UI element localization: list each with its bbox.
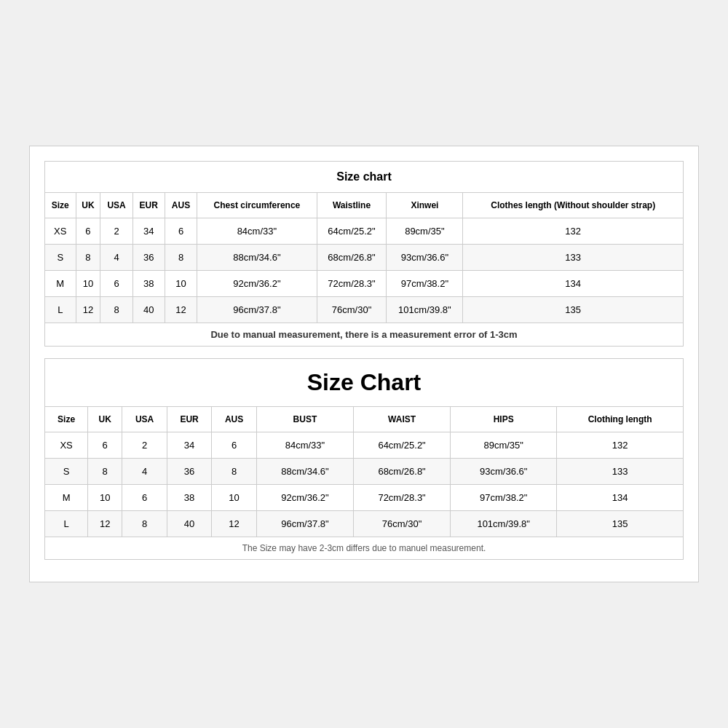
table2-header: SizeUKUSAEURAUSBUSTWAISTHIPSClothing len… bbox=[45, 407, 684, 432]
table-cell: 8 bbox=[212, 459, 257, 485]
table-cell: 10 bbox=[212, 485, 257, 511]
table-cell: L bbox=[45, 297, 76, 323]
table-row: L128401296cm/37.8"76cm/30"101cm/39.8"135 bbox=[45, 297, 684, 323]
table-cell: 6 bbox=[100, 271, 132, 297]
table-cell: 10 bbox=[88, 485, 122, 511]
table-cell: 2 bbox=[122, 432, 167, 459]
table-cell: 72cm/28.3" bbox=[317, 271, 387, 297]
table-cell: 89cm/35" bbox=[387, 218, 463, 245]
table-cell: XS bbox=[45, 432, 88, 459]
table-cell: 97cm/38.2" bbox=[451, 485, 557, 511]
table-cell: 68cm/26.8" bbox=[317, 245, 387, 271]
table1-section: Size chart SizeUKUSAEURAUSChest circumfe… bbox=[44, 161, 684, 347]
table-cell: 40 bbox=[132, 297, 165, 323]
table2-col-header: HIPS bbox=[451, 407, 557, 432]
table-cell: L bbox=[45, 511, 88, 537]
table-cell: 12 bbox=[212, 511, 257, 537]
table-cell: 134 bbox=[557, 485, 684, 511]
table-cell: 34 bbox=[132, 218, 165, 245]
table1-header-row: SizeUKUSAEURAUSChest circumferenceWaistl… bbox=[45, 193, 684, 218]
table1-note-row: Due to manual measurement, there is a me… bbox=[45, 323, 684, 347]
table-cell: 12 bbox=[165, 297, 197, 323]
table1-header: SizeUKUSAEURAUSChest circumferenceWaistl… bbox=[45, 193, 684, 218]
table-cell: 68cm/26.8" bbox=[354, 459, 451, 485]
table-cell: 93cm/36.6" bbox=[451, 459, 557, 485]
table2-footer: The Size may have 2-3cm differs due to m… bbox=[45, 537, 684, 560]
table1-note: Due to manual measurement, there is a me… bbox=[45, 323, 684, 347]
table2-col-header: BUST bbox=[256, 407, 353, 432]
table1-col-header: Chest circumference bbox=[197, 193, 317, 218]
table2-col-header: Size bbox=[45, 407, 88, 432]
table-cell: 101cm/39.8" bbox=[451, 511, 557, 537]
table-cell: 8 bbox=[100, 297, 132, 323]
table-cell: 93cm/36.6" bbox=[387, 245, 463, 271]
page-container: Size chart SizeUKUSAEURAUSChest circumfe… bbox=[29, 146, 699, 582]
table-cell: 4 bbox=[100, 245, 132, 271]
table1-col-header: Waistline bbox=[317, 193, 387, 218]
table2-section: Size Chart SizeUKUSAEURAUSBUSTWAISTHIPSC… bbox=[44, 358, 684, 560]
table-cell: XS bbox=[45, 218, 76, 245]
table-cell: 38 bbox=[167, 485, 212, 511]
table-cell: 133 bbox=[557, 459, 684, 485]
table-cell: 2 bbox=[100, 218, 132, 245]
table-cell: 89cm/35" bbox=[451, 432, 557, 459]
table-cell: 6 bbox=[76, 218, 100, 245]
table-cell: 6 bbox=[212, 432, 257, 459]
table-cell: 135 bbox=[463, 297, 684, 323]
table2-col-header: EUR bbox=[167, 407, 212, 432]
table-cell: 40 bbox=[167, 511, 212, 537]
table-cell: 64cm/25.2" bbox=[354, 432, 451, 459]
table-cell: S bbox=[45, 245, 76, 271]
table-cell: 88cm/34.6" bbox=[256, 459, 353, 485]
table2-note-row: The Size may have 2-3cm differs due to m… bbox=[45, 537, 684, 560]
table1-col-header: USA bbox=[100, 193, 132, 218]
table-cell: 36 bbox=[132, 245, 165, 271]
table-cell: 133 bbox=[463, 245, 684, 271]
table-cell: 84cm/33" bbox=[256, 432, 353, 459]
table-cell: 4 bbox=[122, 459, 167, 485]
table1-footer: Due to manual measurement, there is a me… bbox=[45, 323, 684, 347]
table-cell: 88cm/34.6" bbox=[197, 245, 317, 271]
table-cell: 92cm/36.2" bbox=[256, 485, 353, 511]
table2: SizeUKUSAEURAUSBUSTWAISTHIPSClothing len… bbox=[44, 406, 684, 560]
table1-body: XS6234684cm/33"64cm/25.2"89cm/35"132S843… bbox=[45, 218, 684, 323]
table2-col-header: WAIST bbox=[354, 407, 451, 432]
table-cell: 132 bbox=[557, 432, 684, 459]
table-cell: 6 bbox=[122, 485, 167, 511]
table2-header-row: SizeUKUSAEURAUSBUSTWAISTHIPSClothing len… bbox=[45, 407, 684, 432]
table-cell: 132 bbox=[463, 218, 684, 245]
table-cell: 38 bbox=[132, 271, 165, 297]
table-row: S8436888cm/34.6"68cm/26.8"93cm/36.6"133 bbox=[45, 245, 684, 271]
table2-col-header: AUS bbox=[212, 407, 257, 432]
table2-title: Size Chart bbox=[44, 358, 684, 406]
table-row: L128401296cm/37.8"76cm/30"101cm/39.8"135 bbox=[45, 511, 684, 537]
table1-col-header: EUR bbox=[132, 193, 165, 218]
table-cell: 76cm/30" bbox=[317, 297, 387, 323]
table-cell: 76cm/30" bbox=[354, 511, 451, 537]
table-cell: 12 bbox=[76, 297, 100, 323]
table-cell: 34 bbox=[167, 432, 212, 459]
table-cell: 8 bbox=[76, 245, 100, 271]
table-cell: 135 bbox=[557, 511, 684, 537]
table2-body: XS6234684cm/33"64cm/25.2"89cm/35"132S843… bbox=[45, 432, 684, 537]
table-cell: S bbox=[45, 459, 88, 485]
table-cell: M bbox=[45, 485, 88, 511]
table-cell: 8 bbox=[165, 245, 197, 271]
table-row: XS6234684cm/33"64cm/25.2"89cm/35"132 bbox=[45, 432, 684, 459]
table-cell: 10 bbox=[165, 271, 197, 297]
table2-note: The Size may have 2-3cm differs due to m… bbox=[45, 537, 684, 560]
table1-title: Size chart bbox=[44, 161, 684, 192]
table-cell: 84cm/33" bbox=[197, 218, 317, 245]
table-cell: 92cm/36.2" bbox=[197, 271, 317, 297]
table-cell: 101cm/39.8" bbox=[387, 297, 463, 323]
table2-col-header: UK bbox=[88, 407, 122, 432]
table1-col-header: Clothes length (Without shoulder strap) bbox=[463, 193, 684, 218]
table-cell: 97cm/38.2" bbox=[387, 271, 463, 297]
table2-col-header: USA bbox=[122, 407, 167, 432]
table-cell: 12 bbox=[88, 511, 122, 537]
table1-col-header: UK bbox=[76, 193, 100, 218]
table-cell: 96cm/37.8" bbox=[256, 511, 353, 537]
table-row: S8436888cm/34.6"68cm/26.8"93cm/36.6"133 bbox=[45, 459, 684, 485]
table1-col-header: Size bbox=[45, 193, 76, 218]
table-cell: 8 bbox=[88, 459, 122, 485]
